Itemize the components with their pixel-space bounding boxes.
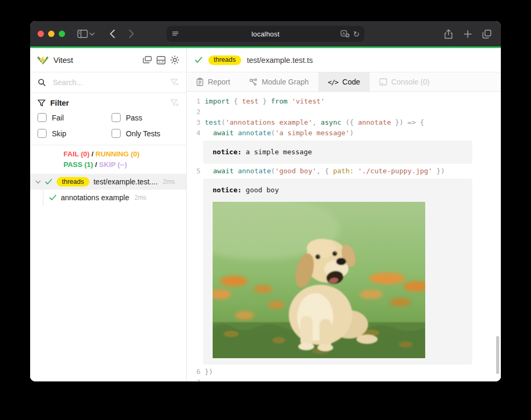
filter-option-fail[interactable]: Fail (38, 113, 112, 122)
reload-icon[interactable]: ↻ (353, 30, 360, 38)
tab-overview-icon[interactable] (480, 27, 493, 41)
tab-code[interactable]: </> Code (318, 72, 370, 91)
close-window-button[interactable] (38, 31, 44, 37)
module-graph-icon (249, 78, 258, 86)
stat-separator: / (95, 161, 97, 169)
pass-check-icon (195, 57, 203, 63)
pass-check-icon (49, 194, 57, 201)
sidebar: Vitest (30, 48, 187, 381)
line-number: 1 (187, 96, 205, 107)
annotation-notice: notice: good boy (203, 179, 472, 365)
url-text[interactable]: localhost (193, 30, 338, 38)
test-duration: 2ms (134, 194, 147, 201)
tab-console: Console (0) (370, 72, 439, 91)
line-number: 4 (187, 128, 205, 138)
filter-option-only-tests[interactable]: Only Tests (112, 129, 179, 138)
test-file-name: test/example.test.... (94, 178, 158, 186)
address-bar[interactable]: localhost A ★ ↻ (167, 26, 364, 42)
clear-filter-icon[interactable] (170, 99, 179, 107)
code-line: await annotate('good boy', { path: './cu… (205, 166, 445, 176)
console-icon (379, 78, 387, 86)
checkbox-skip[interactable] (38, 129, 47, 138)
code-viewer[interactable]: 1import { test } from 'vitest'23test('an… (187, 92, 501, 381)
svg-text:★: ★ (346, 33, 350, 37)
test-case-name: annotations example (61, 193, 129, 202)
vitest-logo-icon (37, 54, 49, 66)
view-tabs: Report Module Graph < (187, 72, 501, 92)
tab-module-graph[interactable]: Module Graph (240, 72, 318, 91)
stat-fail: FAIL (0) (63, 150, 89, 158)
stat-separator: / (91, 150, 94, 158)
app-title: Vitest (53, 55, 73, 64)
code-row: 5 await annotate('good boy', { path: './… (187, 166, 501, 176)
line-number: 3 (187, 117, 205, 128)
stat-running: RUNNING (0) (96, 150, 140, 158)
code-row: 1import { test } from 'vitest' (187, 96, 501, 107)
line-number: 2 (187, 107, 205, 117)
filter-funnel-icon (38, 99, 45, 107)
clipboard-icon (196, 78, 204, 86)
collapse-panels-icon[interactable] (143, 56, 152, 64)
forward-button[interactable] (124, 27, 138, 41)
line-number: 5 (187, 166, 205, 176)
filter-option-pass[interactable]: Pass (112, 113, 179, 122)
clear-filter-icon[interactable] (170, 79, 179, 86)
tab-label: Code (342, 78, 360, 86)
browser-titlebar: localhost A ★ ↻ (30, 21, 501, 46)
test-file-row[interactable]: threads test/example.test.... 2ms (30, 174, 186, 190)
checkbox-label: Fail (52, 114, 64, 122)
stat-pass: PASS (1) (63, 161, 93, 169)
checkbox-label: Skip (52, 129, 66, 138)
line-number: 7 (187, 377, 205, 381)
share-icon[interactable] (442, 27, 455, 41)
line-number: 6 (187, 367, 205, 377)
dashboard-report-icon[interactable] (157, 56, 166, 64)
code-row: 2 (187, 107, 501, 117)
back-button[interactable] (105, 27, 119, 41)
pool-badge: threads (57, 177, 89, 186)
code-row: 6}) (187, 367, 501, 377)
tab-label: Module Graph (262, 78, 309, 86)
minimize-window-button[interactable] (48, 31, 54, 37)
checkbox-label: Only Tests (126, 129, 160, 138)
code-row: 3test('annotations example', async ({ an… (187, 117, 501, 128)
annotation-notice: notice: a simple message (203, 141, 472, 164)
sidebar-toggle-icon[interactable] (76, 27, 89, 41)
main-panel: threads test/example.test.ts Report (187, 48, 501, 381)
notice-label: notice: (213, 186, 242, 194)
notice-message: a simple message (242, 148, 312, 156)
search-input[interactable] (52, 78, 164, 87)
code-icon: </> (328, 78, 338, 86)
chevron-down-icon[interactable] (35, 180, 41, 184)
window-controls (38, 31, 65, 37)
reader-view-icon[interactable] (171, 30, 193, 38)
test-case-row[interactable]: annotations example 2ms (30, 190, 186, 206)
pool-badge: threads (208, 55, 241, 65)
stat-skip: SKIP (--) (99, 161, 127, 169)
search-icon (38, 78, 46, 87)
vertical-scrollbar[interactable] (496, 336, 499, 374)
filter-section: Filter Fail Pass (30, 93, 186, 145)
chevron-down-icon[interactable] (89, 32, 98, 36)
filter-title: Filter (50, 99, 69, 107)
tab-label: Console (0) (391, 78, 429, 86)
code-line: }) (205, 367, 213, 377)
pass-check-icon (45, 179, 52, 185)
theme-toggle-sun-icon[interactable] (170, 55, 179, 64)
open-file-name: test/example.test.ts (247, 56, 313, 64)
code-content: 1import { test } from 'vitest'23test('an… (187, 96, 501, 381)
translate-icon[interactable]: A ★ (341, 30, 350, 38)
checkbox-label: Pass (126, 114, 142, 122)
checkbox-only-tests[interactable] (112, 129, 121, 138)
code-row: 7 (187, 377, 501, 381)
filter-option-skip[interactable]: Skip (38, 129, 112, 138)
new-tab-icon[interactable] (461, 27, 474, 41)
file-header: threads test/example.test.ts (187, 48, 501, 72)
tab-report[interactable]: Report (187, 72, 240, 91)
code-line: test('annotations example', async ({ ann… (205, 117, 424, 128)
zoom-window-button[interactable] (59, 31, 65, 37)
checkbox-pass[interactable] (112, 113, 121, 122)
code-line: import { test } from 'vitest' (205, 96, 325, 107)
checkbox-fail[interactable] (38, 113, 47, 122)
tab-label: Report (208, 78, 230, 86)
